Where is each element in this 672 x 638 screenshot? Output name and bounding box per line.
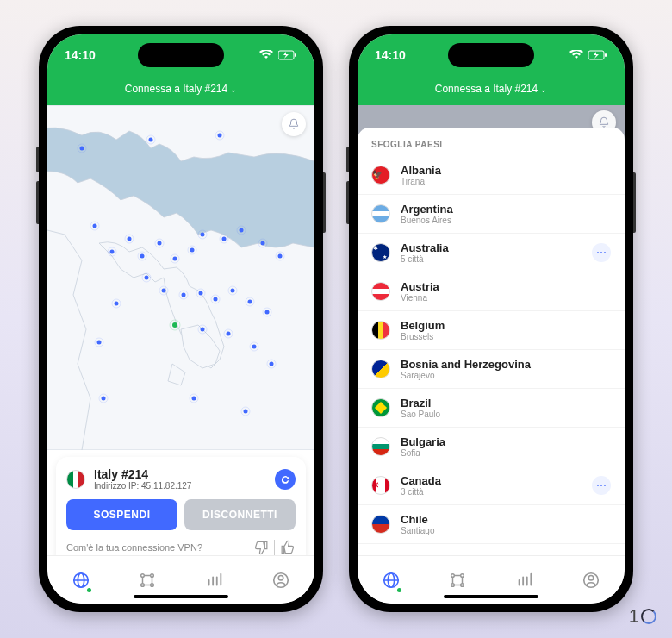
country-name: Canada (401, 474, 592, 487)
tab-profile[interactable] (264, 563, 298, 597)
svg-point-48 (265, 310, 270, 315)
svg-point-4 (80, 147, 84, 151)
svg-point-6 (149, 138, 153, 142)
svg-point-42 (214, 297, 218, 302)
flag-argentina-icon (371, 204, 390, 223)
svg-point-72 (151, 573, 154, 577)
country-sub: Buenos Aires (401, 216, 611, 225)
thumbs-up-icon[interactable] (278, 539, 296, 556)
country-name: Albania (401, 164, 611, 177)
svg-point-34 (145, 276, 149, 280)
svg-point-76 (279, 575, 284, 580)
brand-logo: 1 (629, 605, 656, 628)
svg-point-73 (141, 583, 145, 586)
svg-point-32 (278, 254, 283, 259)
bell-icon (288, 118, 300, 130)
svg-point-26 (222, 237, 227, 241)
svg-rect-1 (295, 53, 296, 57)
country-item[interactable]: 🦅AlbaniaTirana (358, 156, 625, 195)
status-time: 14:10 (65, 48, 96, 62)
stats-icon (515, 571, 534, 590)
tab-mesh[interactable] (130, 563, 165, 597)
refresh-button[interactable] (275, 469, 296, 490)
tab-map[interactable] (64, 563, 98, 597)
wifi-icon (569, 50, 583, 60)
tab-stats[interactable] (507, 563, 542, 597)
country-sub: 3 città (401, 487, 592, 497)
phone-left: 14:10 Connessa a Italy #214⌄ (39, 26, 323, 612)
svg-point-52 (97, 341, 102, 345)
svg-point-46 (248, 300, 252, 304)
flag-albania-icon: 🦅 (371, 166, 390, 185)
country-item[interactable]: BelgiumBrussels (358, 311, 625, 350)
svg-point-84 (451, 583, 455, 586)
phone-right: 14:10 Connessa a Italy #214⌄ SFOGLIA PAE… (349, 26, 633, 612)
flag-chile-icon (371, 515, 390, 534)
country-name: Belgium (401, 319, 611, 332)
svg-point-30 (261, 241, 265, 246)
country-name: Brazil (401, 397, 611, 410)
mesh-icon (448, 571, 467, 590)
svg-point-40 (199, 291, 203, 296)
more-button[interactable]: ⋯ (592, 243, 611, 262)
country-sub: Sofia (401, 448, 611, 458)
svg-point-12 (110, 250, 115, 254)
svg-point-66 (244, 410, 248, 414)
profile-icon (582, 571, 600, 590)
svg-rect-78 (605, 53, 607, 57)
svg-point-44 (231, 289, 235, 293)
country-sub: Tirana (401, 177, 611, 186)
country-item[interactable]: ❋Canada3 città⋯ (358, 466, 625, 505)
notch (448, 43, 534, 67)
country-item[interactable]: AustriaVienna (358, 272, 625, 311)
svg-point-74 (151, 583, 154, 586)
bell-icon (598, 116, 610, 128)
globe-icon (72, 571, 90, 590)
country-item[interactable]: BulgariaSofia (358, 428, 625, 466)
home-indicator[interactable] (444, 595, 538, 598)
country-item[interactable]: ChileSantiago (358, 505, 625, 544)
tab-profile[interactable] (574, 563, 608, 597)
flag-canada-icon: ❋ (371, 476, 390, 495)
svg-point-85 (461, 583, 464, 586)
svg-point-14 (128, 237, 132, 241)
svg-point-50 (115, 302, 119, 306)
notification-button[interactable] (282, 112, 306, 136)
country-item[interactable]: Bosnia and HerzegovinaSarajevo (358, 350, 625, 389)
more-button[interactable]: ⋯ (592, 476, 611, 495)
svg-point-62 (102, 397, 106, 401)
tab-map[interactable] (374, 563, 408, 597)
country-name: Austria (401, 280, 611, 293)
country-item[interactable]: ✱★Australia5 città⋯ (358, 234, 625, 272)
battery-icon (278, 50, 297, 60)
svg-point-71 (141, 573, 145, 577)
svg-point-58 (252, 345, 257, 349)
globe-icon (382, 571, 401, 590)
chevron-down-icon: ⌄ (540, 85, 547, 94)
tab-stats[interactable] (197, 563, 232, 597)
svg-point-8 (218, 134, 222, 138)
tab-mesh[interactable] (440, 563, 475, 597)
battery-icon (588, 50, 607, 60)
wifi-icon (259, 50, 273, 60)
thumbs-down-icon[interactable] (253, 539, 271, 556)
country-item[interactable]: ArgentinaBuenos Aires (358, 195, 625, 234)
country-sub: 5 città (401, 254, 592, 264)
mesh-icon (138, 571, 157, 590)
country-list[interactable]: 🦅AlbaniaTiranaArgentinaBuenos Aires✱★Aus… (358, 156, 625, 555)
country-name: Australia (401, 241, 592, 254)
map[interactable] (47, 105, 314, 450)
active-server-dot[interactable] (172, 322, 177, 328)
home-indicator[interactable] (134, 595, 228, 598)
connection-header[interactable]: Connessa a Italy #214⌄ (47, 76, 314, 105)
country-item[interactable]: BrazilSao Paulo (358, 389, 625, 428)
disconnect-button[interactable]: DISCONNETTI (184, 499, 296, 530)
status-time: 14:10 (375, 48, 406, 62)
pause-button[interactable]: SOSPENDI (66, 499, 177, 530)
connection-card: Italy #214 Indirizzo IP: 45.11.82.127 SO… (56, 457, 306, 566)
country-name: Bulgaria (401, 435, 611, 448)
flag-brazil-icon (371, 398, 390, 417)
svg-point-20 (173, 257, 177, 261)
flag-belgium-icon (371, 321, 390, 340)
connection-header[interactable]: Connessa a Italy #214⌄ (358, 76, 625, 105)
